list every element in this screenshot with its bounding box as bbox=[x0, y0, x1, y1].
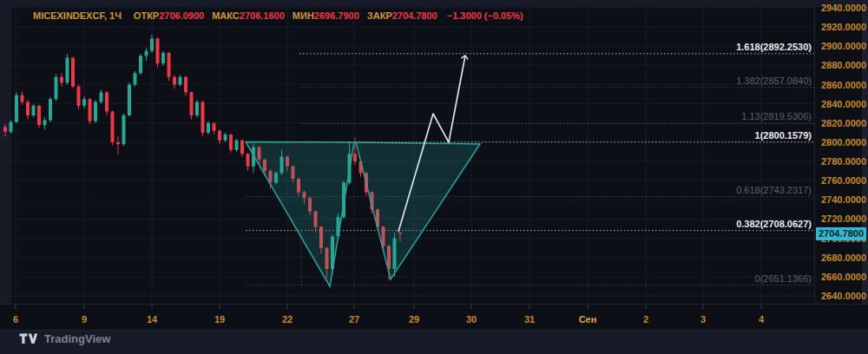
time-axis-label: 4 bbox=[759, 314, 764, 324]
footer-bar: TradingView bbox=[19, 332, 110, 345]
candle bbox=[100, 92, 103, 102]
candle bbox=[10, 122, 13, 132]
time-axis-label: 30 bbox=[466, 314, 477, 324]
candle bbox=[353, 154, 357, 161]
change-value: −1.3000 (−0.05%) bbox=[447, 10, 523, 21]
candle bbox=[173, 77, 176, 85]
ohlc-high: МАКС2706.1600 bbox=[212, 10, 285, 21]
ohlc-close: ЗАКР2704.7800 bbox=[367, 10, 437, 21]
time-axis-label: 19 bbox=[214, 314, 225, 324]
price-axis-label: 2760.0000 bbox=[821, 175, 868, 186]
price-axis-label: 2820.0000 bbox=[821, 118, 868, 128]
price-axis-label: 2940.0000 bbox=[821, 3, 868, 13]
candle bbox=[201, 102, 205, 132]
time-axis-label: 2 bbox=[643, 314, 648, 324]
candle bbox=[55, 77, 58, 99]
candle bbox=[116, 142, 120, 144]
time-axis-label: 6 bbox=[13, 314, 18, 324]
candle bbox=[32, 106, 36, 115]
candle bbox=[179, 77, 182, 85]
price-axis-label: 2900.0000 bbox=[821, 41, 868, 51]
candle bbox=[161, 53, 165, 63]
price-axis-label: 2800.0000 bbox=[821, 137, 868, 148]
price-axis-label: 2920.0000 bbox=[821, 22, 868, 32]
symbol-ohlc-header: MICEXINDEXCF, 1Ч ОТКР2706.0900 МАКС2706.… bbox=[33, 10, 523, 21]
candle bbox=[139, 56, 142, 73]
time-axis-label: 9 bbox=[82, 314, 87, 324]
candle bbox=[26, 102, 30, 115]
fib-level-label[interactable]: 0(2651.1366) bbox=[755, 273, 812, 284]
tradingview-logo-text[interactable]: TradingView bbox=[44, 332, 110, 345]
price-axis-label: 2720.0000 bbox=[821, 213, 868, 224]
candle bbox=[229, 134, 233, 150]
candle bbox=[190, 92, 194, 115]
candle bbox=[21, 95, 24, 102]
candle bbox=[128, 85, 131, 115]
candle bbox=[240, 141, 244, 154]
price-axis-label: 2640.0000 bbox=[821, 291, 868, 301]
candle bbox=[224, 134, 227, 141]
tradingview-logo-icon[interactable] bbox=[19, 333, 38, 344]
candle bbox=[49, 99, 52, 120]
time-axis-label: 31 bbox=[524, 314, 535, 324]
candle bbox=[37, 106, 41, 125]
candle bbox=[168, 53, 171, 77]
candle bbox=[105, 92, 108, 111]
candle bbox=[184, 77, 187, 93]
price-axis-label: 2840.0000 bbox=[821, 99, 868, 109]
time-axis-label: Сен bbox=[579, 314, 597, 324]
fib-level-label[interactable]: 0.618(2743.2317) bbox=[736, 185, 812, 195]
candle bbox=[66, 58, 69, 83]
fib-level-label[interactable]: 1.618(2892.2530) bbox=[736, 42, 812, 52]
candle bbox=[156, 38, 160, 63]
candle bbox=[60, 77, 63, 83]
ohlc-low: МИН2696.7900 bbox=[293, 10, 359, 21]
candle bbox=[122, 115, 126, 144]
candle bbox=[111, 112, 115, 142]
price-axis-label: 2860.0000 bbox=[821, 80, 868, 90]
current-price-badge: 2704.7800 bbox=[816, 227, 866, 240]
candle bbox=[247, 154, 250, 166]
ohlc-open: ОТКР2706.0900 bbox=[134, 10, 204, 21]
fib-level-label[interactable]: 1(2800.1579) bbox=[755, 130, 812, 141]
candle bbox=[213, 123, 216, 131]
candle bbox=[89, 99, 92, 121]
price-axis-label: 2780.0000 bbox=[821, 156, 868, 167]
fib-level-label[interactable]: 0.382(2708.0627) bbox=[736, 219, 812, 229]
symbol-title[interactable]: MICEXINDEXCF, 1Ч bbox=[33, 10, 122, 21]
time-axis-label: 27 bbox=[349, 314, 359, 324]
time-axis-label: 29 bbox=[409, 314, 419, 324]
candle bbox=[15, 95, 18, 122]
candle bbox=[150, 38, 154, 50]
price-axis-label: 2660.0000 bbox=[821, 272, 868, 282]
candle bbox=[134, 73, 137, 84]
candle bbox=[235, 141, 239, 150]
candle bbox=[207, 123, 210, 133]
time-axis-label: 22 bbox=[282, 314, 293, 324]
candle bbox=[3, 127, 7, 132]
candle bbox=[94, 102, 97, 121]
time-axis-label: 3 bbox=[700, 314, 706, 324]
candle bbox=[71, 58, 75, 87]
time-axis-label: 14 bbox=[147, 314, 157, 324]
tradingview-chart-window: MICEXINDEXCF, 1Ч ОТКР2706.0900 МАКС2706.… bbox=[0, 0, 868, 354]
fib-level-label[interactable]: 1.13(2819.5306) bbox=[741, 111, 812, 121]
candle bbox=[77, 87, 81, 106]
candle bbox=[43, 120, 47, 125]
price-axis-label: 2880.0000 bbox=[821, 60, 868, 70]
candle bbox=[195, 102, 199, 115]
fib-level-label[interactable]: 1.382(2857.0840) bbox=[736, 75, 812, 86]
candlestick-chart-canvas[interactable] bbox=[0, 0, 868, 354]
candle bbox=[218, 131, 221, 141]
candle bbox=[82, 99, 86, 106]
price-axis-label: 2740.0000 bbox=[821, 194, 868, 205]
candle bbox=[145, 51, 148, 56]
price-axis-label: 2680.0000 bbox=[821, 252, 868, 263]
